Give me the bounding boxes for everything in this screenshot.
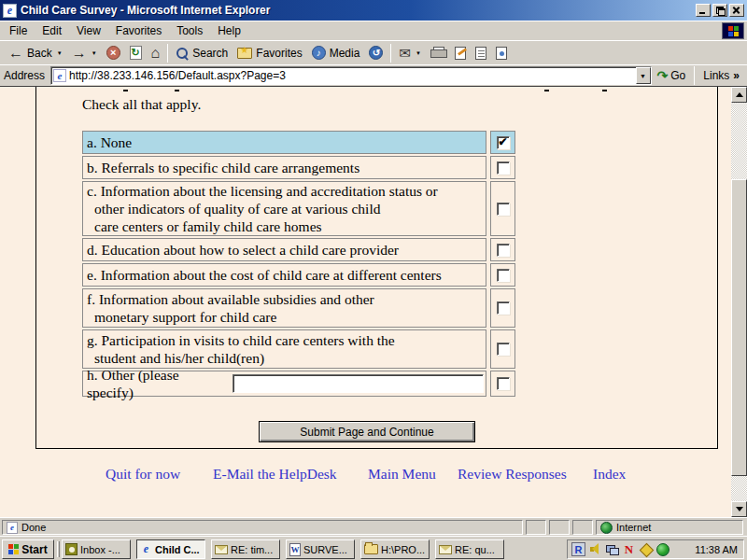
print-button[interactable] [426,45,450,61]
review-responses-link[interactable]: Review Responses [458,466,567,483]
other-specify-input[interactable] [233,374,484,393]
realplayer-tray-icon[interactable]: R [571,542,585,556]
option-checkbox-cell [490,238,515,261]
option-row-e: e. Information about the cost of child c… [82,263,515,287]
checkbox-e[interactable] [497,269,510,282]
mail-icon [399,45,411,62]
favorites-button[interactable]: Favorites [233,45,306,62]
menu-help[interactable]: Help [210,21,248,40]
messenger-button[interactable] [491,45,512,62]
links-chevron-icon: » [733,69,740,82]
option-checkbox-cell [490,131,515,154]
index-link[interactable]: Index [593,466,626,483]
volume-icon[interactable] [588,542,602,556]
close-button[interactable] [729,4,744,17]
checkbox-a[interactable] [497,136,510,149]
go-button[interactable]: Go [652,67,692,84]
scrollbar-thumb[interactable] [731,179,747,476]
back-label: Back [27,47,52,60]
minimize-button[interactable] [696,4,711,17]
taskbar-item-h-drive[interactable]: H:\PRO... [360,539,430,559]
address-input[interactable] [69,68,636,83]
menu-favorites[interactable]: Favorites [108,21,169,40]
forward-dropdown-icon[interactable] [92,49,97,57]
scroll-down-icon[interactable] [731,501,747,517]
checkbox-d[interactable] [497,244,510,257]
menu-file[interactable]: File [2,21,35,40]
option-text: other indicators of quality of care at v… [87,200,484,217]
main-menu-link[interactable]: Main Menu [368,466,436,483]
checkbox-b[interactable] [497,161,510,175]
helpdesk-link[interactable]: E-Mail the HelpDesk [213,466,337,483]
task-label: SURVE... [303,544,347,555]
option-label-cell: c. Information about the licensing and a… [82,181,486,236]
inbox-icon [65,543,78,555]
option-checkbox-cell [490,288,515,328]
refresh-icon [130,46,142,60]
mail-dropdown-icon[interactable] [416,49,421,57]
netscape-tray-icon[interactable]: N [622,542,636,556]
forward-button[interactable] [67,43,102,63]
stop-button[interactable] [102,44,125,62]
title-bar: e Child Care Survey - Microsoft Internet… [0,0,747,21]
option-text: b. Referrals to specific child care arra… [87,159,484,176]
back-button[interactable]: Back [4,43,67,63]
page-content: Check all that apply. a. None b. Referra… [0,87,731,517]
taskbar-item-inbox[interactable]: Inbox -... [62,539,131,559]
checkbox-f[interactable] [497,301,510,315]
status-pane: e Done [2,520,523,535]
menu-view[interactable]: View [69,21,108,40]
search-button[interactable]: Search [171,45,233,62]
history-button[interactable] [364,44,388,62]
option-label-cell: f. Information about available subsidies… [82,288,486,328]
option-label-cell: e. Information about the cost of child c… [82,263,486,287]
vertical-scrollbar[interactable] [731,87,747,517]
start-button[interactable]: Start [2,539,54,559]
diamond-tray-icon[interactable] [639,542,653,556]
edit-button[interactable] [450,45,471,62]
back-arrow-icon [8,45,23,62]
toolbar-separator [167,44,168,63]
task-label: H:\PRO... [381,544,425,555]
maximize-button[interactable] [712,4,727,17]
quit-link[interactable]: Quit for now [106,466,180,483]
checkbox-c[interactable] [497,203,510,216]
network-icon[interactable] [605,542,619,556]
option-row-b: b. Referrals to specific child care arra… [82,156,515,179]
refresh-button[interactable] [125,44,147,62]
links-toolbar[interactable]: Links » [698,69,743,82]
taskbar-item-re-qu[interactable]: RE: qu... [435,539,504,559]
home-button[interactable] [147,43,165,63]
option-checkbox-cell [490,263,515,287]
discuss-button[interactable] [471,45,491,62]
globe-tray-icon[interactable] [655,542,669,556]
option-label-cell: b. Referrals to specific child care arra… [82,156,486,179]
menu-tools[interactable]: Tools [169,21,210,40]
option-text: c. Information about the licensing and a… [87,182,484,200]
option-text: a. None [87,133,484,151]
mail-button[interactable] [394,43,426,63]
option-text: f. Information about available subsidies… [87,290,484,308]
mail-icon [439,545,452,554]
print-icon [430,47,445,59]
quicklaunch-divider[interactable] [57,541,60,557]
address-dropdown-icon[interactable] [636,67,651,84]
checkbox-h[interactable] [497,377,510,390]
back-dropdown-icon[interactable] [57,49,63,57]
scroll-up-icon[interactable] [731,87,747,103]
submit-button[interactable]: Submit Page and Continue [259,421,475,442]
checkbox-g[interactable] [497,343,510,356]
taskbar-item-re-tim[interactable]: RE: tim... [211,539,280,559]
option-text: student and his/her child(ren) [87,349,484,367]
taskbar-item-childcare[interactable]: e Child C... [136,539,205,559]
address-bar: Address e Go Links » [0,64,747,87]
option-row-g: g. Participation in visits to child care… [82,329,515,369]
address-field: e [50,66,652,85]
go-label: Go [670,69,685,82]
media-button[interactable]: Media [307,44,365,62]
taskbar-item-survey-doc[interactable]: W SURVE... [286,539,355,559]
status-bar: e Done Internet [0,517,747,536]
favorites-label: Favorites [256,47,302,60]
option-row-a: a. None [82,131,515,154]
menu-edit[interactable]: Edit [35,21,69,40]
